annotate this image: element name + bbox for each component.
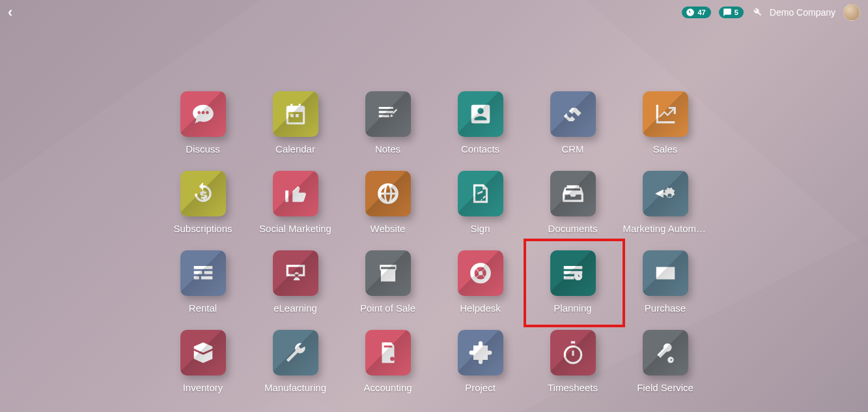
app-label: Purchase	[645, 302, 686, 314]
app-label: Rental	[189, 302, 217, 314]
lifering-icon	[458, 250, 503, 296]
app-helpdesk[interactable]: Helpdesk	[434, 250, 527, 330]
app-label: Contacts	[461, 143, 499, 154]
app-label: eLearning	[273, 302, 317, 314]
app-crm[interactable]: CRM	[527, 91, 619, 171]
app-elearning[interactable]: eLearning	[249, 250, 342, 330]
board-icon	[273, 250, 318, 296]
stopwatch-icon	[550, 330, 596, 375]
app-manufacturing[interactable]: Manufacturing	[249, 330, 342, 409]
app-label: Inventory	[183, 382, 223, 393]
app-marketing-automation[interactable]: Marketing Automation	[619, 171, 712, 250]
app-label: Marketing Automation	[623, 223, 708, 234]
app-label: Subscriptions	[173, 223, 232, 234]
app-documents[interactable]: Documents	[527, 171, 619, 250]
app-label: Accounting	[363, 382, 412, 393]
app-timesheets[interactable]: Timesheets	[527, 330, 619, 409]
messages-count: 5	[735, 8, 738, 16]
app-notes[interactable]: Notes	[342, 91, 434, 171]
app-purchase[interactable]: Purchase	[619, 250, 712, 330]
app-label: Social Marketing	[259, 223, 331, 234]
messages-badge[interactable]: 5	[719, 7, 744, 18]
app-field-service[interactable]: Field Service	[619, 330, 712, 409]
app-label: Calendar	[275, 143, 315, 154]
clock-icon	[686, 8, 695, 17]
chat-icon	[180, 91, 226, 137]
wrench-icon	[273, 330, 318, 375]
app-website[interactable]: Website	[342, 171, 434, 250]
app-label: Sign	[470, 223, 490, 234]
navbar: ‹ 47 5 Demo Company	[0, 0, 868, 25]
globe-icon	[365, 171, 411, 216]
app-label: Manufacturing	[264, 382, 326, 393]
puzzle-icon	[458, 330, 503, 375]
app-rental[interactable]: Rental	[157, 250, 249, 330]
app-label: Timesheets	[548, 382, 598, 393]
app-label: Helpdesk	[460, 302, 501, 314]
app-subscriptions[interactable]: Subscriptions	[157, 171, 249, 250]
back-button[interactable]: ‹	[8, 5, 12, 20]
app-label: Planning	[553, 302, 591, 314]
calendar-icon	[273, 91, 318, 137]
app-sales[interactable]: Sales	[619, 91, 712, 171]
user-avatar[interactable]	[843, 4, 860, 21]
speech-icon	[723, 8, 732, 17]
grid-cal-icon	[180, 250, 226, 296]
app-label: Point of Sale	[360, 302, 415, 314]
app-sign[interactable]: Sign	[434, 171, 527, 250]
drawer-icon	[550, 171, 596, 216]
app-calendar[interactable]: Calendar	[249, 91, 342, 171]
app-discuss[interactable]: Discuss	[157, 91, 249, 171]
app-label: Discuss	[186, 143, 220, 154]
activities-badge[interactable]: 47	[682, 7, 710, 18]
app-social-marketing[interactable]: Social Marketing	[249, 171, 342, 250]
app-label: Project	[465, 382, 496, 393]
card-icon	[643, 250, 688, 296]
thumbsup-icon	[273, 171, 318, 216]
gear-send-icon	[643, 171, 688, 216]
app-accounting[interactable]: Accounting	[342, 330, 434, 409]
notes-icon	[365, 91, 411, 137]
app-label: Notes	[375, 143, 400, 154]
app-label: CRM	[561, 143, 583, 154]
invoice-icon	[365, 330, 411, 375]
activities-count: 47	[697, 8, 705, 16]
app-project[interactable]: Project	[434, 330, 527, 409]
app-label: Field Service	[637, 382, 693, 393]
refresh-dollar-icon	[180, 171, 226, 216]
app-point-of-sale[interactable]: Point of Sale	[342, 250, 434, 330]
box-icon	[180, 330, 226, 375]
schedule-icon	[550, 250, 596, 296]
store-icon	[365, 250, 411, 296]
app-inventory[interactable]: Inventory	[157, 330, 249, 409]
apps-grid: DiscussCalendarNotesContactsCRMSalesSubs…	[157, 91, 712, 409]
app-planning[interactable]: Planning	[527, 250, 619, 330]
app-label: Website	[371, 223, 406, 234]
debug-icon[interactable]	[751, 7, 762, 18]
sign-icon	[458, 171, 503, 216]
chart-up-icon	[643, 91, 688, 137]
service-icon	[643, 330, 688, 375]
app-label: Documents	[548, 223, 598, 234]
app-contacts[interactable]: Contacts	[434, 91, 527, 171]
contacts-icon	[458, 91, 503, 137]
app-label: Sales	[653, 143, 678, 154]
handshake-icon	[550, 91, 596, 137]
company-selector[interactable]: Demo Company	[770, 7, 835, 18]
